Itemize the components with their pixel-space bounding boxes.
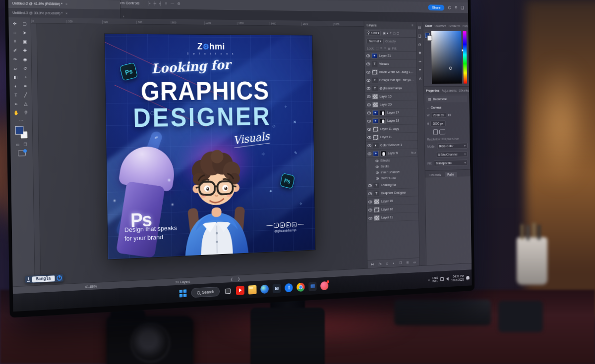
brush-tool[interactable]: ✑	[10, 55, 20, 63]
layer-filter-icons[interactable]: ▣◐T⬚▢	[383, 31, 399, 35]
layer-row[interactable]: TDesign that spe...for your brand	[365, 76, 416, 85]
mini-color-swatches[interactable]	[425, 33, 430, 38]
share-button[interactable]: Share	[428, 4, 444, 10]
task-view-icon[interactable]	[224, 286, 232, 296]
align-icon[interactable]: ⋯	[171, 1, 174, 6]
frame-tool[interactable]: ▣	[20, 37, 30, 46]
filter-icon[interactable]: T	[390, 31, 392, 35]
crop-tool[interactable]: ⌗	[10, 37, 20, 46]
visibility-eye-icon[interactable]	[366, 54, 370, 57]
panel-menu-icon[interactable]: ≡	[412, 24, 414, 28]
visibility-eye-icon[interactable]	[366, 79, 370, 82]
taskbar-search[interactable]: Search	[191, 287, 220, 298]
pen-tool[interactable]: ✒	[20, 82, 30, 90]
character-icon[interactable]: A	[419, 77, 421, 81]
layer-row[interactable]: T@ghsamirhamja	[365, 84, 416, 93]
align-icon[interactable]: ╡	[159, 1, 162, 5]
visibility-eye-icon[interactable]	[368, 208, 372, 211]
visibility-eye-icon[interactable]	[367, 136, 371, 139]
screen-mode-icons[interactable]: ▭❐	[16, 142, 27, 147]
visibility-eye-icon[interactable]	[368, 200, 372, 203]
visibility-eye-icon[interactable]	[368, 184, 372, 187]
lock-icons[interactable]: ⬚✑✛⬓	[376, 47, 390, 50]
youtube-icon[interactable]	[236, 286, 244, 295]
marquee-tool[interactable]: ▢	[20, 19, 30, 28]
minimize-button[interactable]: —	[437, 0, 447, 0]
move-tool[interactable]: ✛	[10, 19, 20, 28]
start-button[interactable]	[179, 289, 187, 298]
photoshop-window-icon[interactable]	[309, 282, 317, 291]
layer-row[interactable]: Layer 10	[365, 92, 416, 101]
visibility-eye-icon[interactable]	[368, 192, 372, 195]
history-brush-tool[interactable]: ↺	[20, 64, 30, 72]
tab-patterns[interactable]: Patterns	[463, 24, 472, 27]
line-tool[interactable]: ╱	[21, 91, 31, 99]
new-layer-icon[interactable]: ⊞	[407, 260, 409, 264]
blur-tool[interactable]: ◔	[20, 73, 30, 81]
blend-mode-select[interactable]: Normal ▾	[366, 38, 384, 44]
shape-tool[interactable]: △	[21, 100, 31, 108]
align-icon[interactable]: ╪	[154, 1, 156, 5]
canvas[interactable]: Z⚙hmi S o l u t i o n s Ps Ps Looking fo…	[37, 24, 367, 285]
align-icon[interactable]: ╞	[148, 1, 150, 5]
tab-color[interactable]: Color	[425, 24, 432, 27]
clone-stamp-tool[interactable]: ◉	[20, 55, 30, 63]
hue-slider[interactable]	[463, 31, 467, 84]
canvas-width-field[interactable]: 2000 px	[431, 112, 447, 118]
maximize-button[interactable]: □	[447, 0, 458, 0]
layer-row[interactable]: Layer 13	[367, 212, 418, 222]
portrait-orientation-button[interactable]	[433, 129, 438, 135]
align-icon[interactable]: ⚙	[177, 1, 180, 6]
tab-adjustments[interactable]: Adjustments	[442, 89, 457, 92]
lock-icon[interactable]: ⬓	[388, 47, 390, 50]
canvas-section-label[interactable]: Canvas	[431, 105, 442, 109]
battery-icon[interactable]	[440, 277, 444, 281]
visibility-eye-icon[interactable]	[376, 165, 379, 168]
bit-depth-select[interactable]: 8 Bits/Channel▾	[436, 151, 468, 157]
status-nav-arrows[interactable]: ❮ ❯	[230, 276, 242, 281]
layer-row[interactable]: Black White Mi...Mag Logo (1)	[365, 68, 416, 76]
tab-gradients[interactable]: Gradients	[449, 24, 460, 28]
close-button[interactable]: ✕	[458, 0, 468, 1]
color-swatches[interactable]	[15, 126, 28, 139]
visibility-eye-icon[interactable]	[368, 216, 372, 219]
messenger-icon[interactable]	[320, 281, 328, 290]
canvas-height-field[interactable]: 2000 px	[430, 120, 446, 126]
visibility-eye-icon[interactable]	[366, 71, 370, 74]
eyedropper-tool[interactable]: ✐	[10, 46, 20, 54]
more-tools-icon[interactable]: ⋯	[19, 118, 23, 123]
color-picker-cursor[interactable]	[449, 67, 452, 70]
tray-chevron-icon[interactable]: ∧	[428, 278, 430, 281]
align-icon[interactable]: ≡	[165, 1, 167, 5]
visibility-eye-icon[interactable]	[367, 95, 371, 98]
share-image-icon[interactable]	[18, 150, 26, 156]
visibility-eye-icon[interactable]	[368, 152, 372, 155]
align-icons[interactable]: ╞╪╡≡⋯⚙	[148, 1, 180, 6]
power-icon[interactable]	[57, 275, 62, 281]
chrome-icon[interactable]	[297, 282, 305, 292]
layer-style-icon[interactable]: ƒx	[378, 262, 381, 265]
speaker-icon[interactable]	[446, 277, 449, 280]
filter-icon[interactable]: ⬚	[393, 31, 396, 35]
edge-icon[interactable]	[261, 284, 269, 294]
microphone-icon[interactable]	[27, 277, 30, 282]
fill-select[interactable]: Transparent▾	[434, 159, 468, 166]
color-picker-field[interactable]	[431, 31, 462, 84]
group-layers-icon[interactable]: ❐	[399, 261, 402, 265]
layer-row[interactable]: Layer 11	[366, 133, 417, 142]
eraser-tool[interactable]: ▱	[10, 64, 20, 72]
workspace-icon[interactable]: ❏	[461, 5, 464, 10]
visibility-eye-icon[interactable]	[376, 177, 379, 180]
lock-icon[interactable]: ✑	[380, 47, 383, 50]
visibility-eye-icon[interactable]	[375, 159, 378, 162]
tab-properties[interactable]: Properties	[426, 89, 439, 92]
tab-libraries[interactable]: Libraries	[459, 89, 470, 92]
visibility-eye-icon[interactable]	[376, 171, 379, 174]
landscape-orientation-button[interactable]	[439, 129, 445, 134]
bell-icon[interactable]: ⌬	[448, 5, 451, 10]
tab-overflow-chevron[interactable]: ›	[120, 14, 126, 19]
zoom-tool[interactable]: ⚲	[21, 108, 31, 117]
add-mask-icon[interactable]: ◻	[386, 261, 389, 265]
type-tool[interactable]: T	[11, 91, 21, 99]
swatches-icon[interactable]: ❖	[418, 51, 421, 55]
